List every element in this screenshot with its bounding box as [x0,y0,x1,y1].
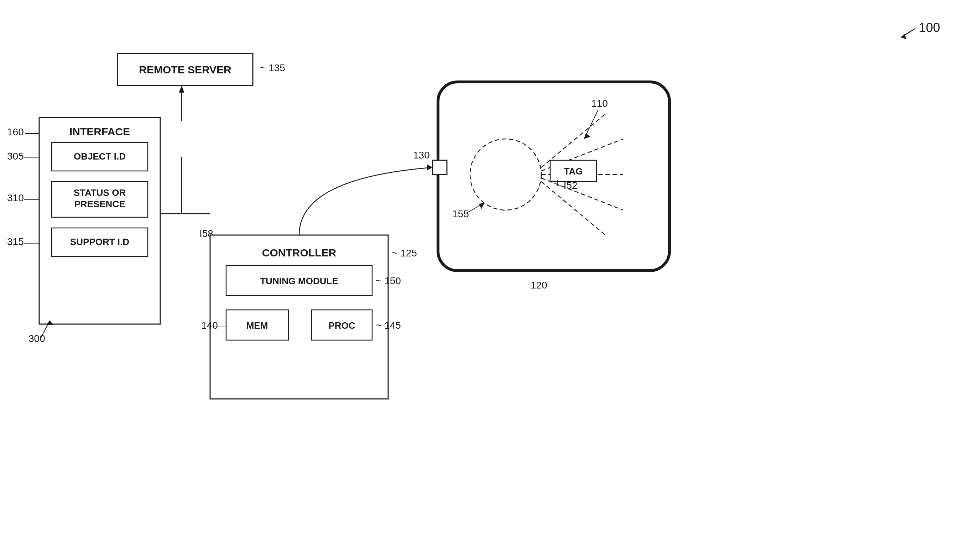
svg-text:I58: I58 [199,228,213,239]
svg-rect-46 [433,160,447,175]
svg-text:100: 100 [919,20,940,35]
svg-line-56 [541,181,605,235]
svg-line-1 [901,29,915,37]
svg-text:OBJECT I.D: OBJECT I.D [74,151,126,162]
svg-line-53 [541,139,623,171]
diagram-svg: 100 REMOTE SERVER ~ 135 INTERFACE 160 OB… [0,0,980,541]
svg-text:155: 155 [452,208,469,220]
svg-text:305: 305 [7,151,24,162]
svg-marker-51 [479,203,484,209]
svg-marker-65 [179,86,184,92]
svg-line-58 [584,110,598,139]
svg-text:160: 160 [7,126,24,137]
svg-text:110: 110 [591,98,608,109]
svg-text:~ 135: ~ 135 [260,62,285,73]
svg-marker-7 [179,86,184,92]
svg-text:└ I52: └ I52 [554,180,578,191]
svg-line-50 [466,203,484,213]
svg-text:PRESENCE: PRESENCE [74,199,125,209]
svg-text:310: 310 [7,193,24,204]
svg-text:INTERFACE: INTERFACE [70,126,130,137]
svg-line-54 [541,178,623,210]
svg-rect-31 [210,235,388,399]
svg-rect-12 [52,142,148,171]
svg-text:MEM: MEM [247,320,268,331]
svg-text:PROC: PROC [328,320,355,331]
svg-rect-34 [226,265,372,296]
svg-text:CONTROLLER: CONTROLLER [262,247,337,259]
svg-marker-27 [46,321,53,325]
svg-rect-3 [118,53,253,86]
svg-rect-16 [52,181,148,217]
svg-text:~ 145: ~ 145 [376,320,401,331]
svg-text:SUPPORT I.D: SUPPORT I.D [70,237,129,247]
svg-text:130: 130 [413,150,430,161]
svg-rect-21 [52,228,148,256]
svg-rect-60 [550,160,597,181]
svg-text:315: 315 [7,236,24,247]
svg-point-48 [470,139,541,210]
svg-text:TAG: TAG [564,166,583,177]
svg-marker-63 [427,164,433,170]
svg-rect-8 [39,118,160,324]
svg-text:140: 140 [201,320,218,331]
svg-text:~ 150: ~ 150 [376,275,401,286]
svg-line-55 [541,114,605,167]
svg-rect-41 [312,310,372,340]
svg-marker-59 [584,133,590,139]
svg-text:TUNING MODULE: TUNING MODULE [260,276,338,286]
svg-marker-2 [901,34,906,39]
svg-line-26 [41,321,50,337]
svg-text:300: 300 [29,333,45,344]
svg-rect-44 [438,82,670,270]
svg-text:STATUS OR: STATUS OR [74,187,126,198]
svg-text:~ 125: ~ 125 [392,248,417,259]
svg-rect-37 [226,310,288,340]
svg-text:120: 120 [531,280,547,291]
svg-text:REMOTE SERVER: REMOTE SERVER [139,64,231,75]
diagram-container: 100 REMOTE SERVER ~ 135 INTERFACE 160 OB… [0,0,980,541]
